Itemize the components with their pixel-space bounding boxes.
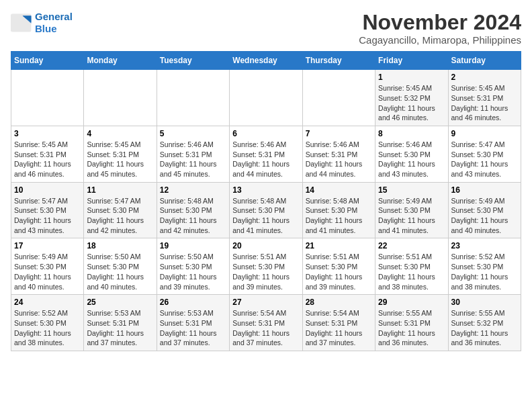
day-cell: 18Sunrise: 5:50 AM Sunset: 5:30 PM Dayli…: [84, 238, 157, 295]
day-cell: 16Sunrise: 5:49 AM Sunset: 5:30 PM Dayli…: [448, 182, 521, 238]
day-cell: 13Sunrise: 5:48 AM Sunset: 5:30 PM Dayli…: [230, 182, 302, 238]
day-number: 15: [378, 185, 445, 195]
col-header-sunday: Sunday: [11, 52, 84, 70]
day-number: 11: [87, 185, 153, 195]
col-header-thursday: Thursday: [302, 52, 375, 70]
day-cell: [11, 70, 84, 126]
col-header-monday: Monday: [84, 52, 157, 70]
day-cell: 27Sunrise: 5:54 AM Sunset: 5:31 PM Dayli…: [230, 295, 302, 351]
day-info: Sunrise: 5:52 AM Sunset: 5:30 PM Dayligh…: [451, 252, 518, 291]
calendar-table: SundayMondayTuesdayWednesdayThursdayFrid…: [11, 51, 521, 351]
day-cell: 4Sunrise: 5:45 AM Sunset: 5:31 PM Daylig…: [84, 126, 157, 182]
logo-text: General Blue: [35, 11, 73, 35]
day-cell: 5Sunrise: 5:46 AM Sunset: 5:31 PM Daylig…: [157, 126, 229, 182]
week-row-1: 1Sunrise: 5:45 AM Sunset: 5:32 PM Daylig…: [11, 70, 521, 126]
col-header-friday: Friday: [375, 52, 448, 70]
logo-line2: Blue: [35, 23, 57, 34]
day-cell: 21Sunrise: 5:51 AM Sunset: 5:30 PM Dayli…: [302, 238, 375, 295]
day-number: 20: [232, 241, 299, 250]
day-info: Sunrise: 5:46 AM Sunset: 5:31 PM Dayligh…: [306, 140, 372, 179]
day-cell: 20Sunrise: 5:51 AM Sunset: 5:30 PM Dayli…: [230, 238, 302, 295]
day-number: 21: [306, 241, 372, 250]
day-number: 24: [14, 298, 81, 307]
calendar-header: SundayMondayTuesdayWednesdayThursdayFrid…: [11, 52, 521, 70]
day-info: Sunrise: 5:51 AM Sunset: 5:30 PM Dayligh…: [378, 252, 445, 291]
logo-icon: [11, 13, 32, 32]
day-info: Sunrise: 5:47 AM Sunset: 5:30 PM Dayligh…: [87, 196, 153, 236]
day-cell: 12Sunrise: 5:48 AM Sunset: 5:30 PM Dayli…: [157, 182, 229, 238]
day-number: 10: [14, 185, 81, 195]
day-number: 29: [378, 298, 445, 307]
day-number: 23: [451, 241, 518, 250]
week-row-3: 10Sunrise: 5:47 AM Sunset: 5:30 PM Dayli…: [11, 182, 521, 238]
day-info: Sunrise: 5:46 AM Sunset: 5:31 PM Dayligh…: [160, 140, 226, 179]
day-cell: 8Sunrise: 5:46 AM Sunset: 5:30 PM Daylig…: [375, 126, 448, 182]
day-info: Sunrise: 5:51 AM Sunset: 5:30 PM Dayligh…: [306, 252, 372, 291]
month-year: November 2024: [359, 11, 521, 34]
day-info: Sunrise: 5:48 AM Sunset: 5:30 PM Dayligh…: [160, 196, 226, 236]
day-info: Sunrise: 5:49 AM Sunset: 5:30 PM Dayligh…: [451, 196, 518, 236]
day-cell: 22Sunrise: 5:51 AM Sunset: 5:30 PM Dayli…: [375, 238, 448, 295]
day-info: Sunrise: 5:48 AM Sunset: 5:30 PM Dayligh…: [306, 196, 372, 236]
location: Cagayancillo, Mimaropa, Philippines: [359, 34, 521, 46]
col-header-wednesday: Wednesday: [230, 52, 302, 70]
day-cell: 3Sunrise: 5:45 AM Sunset: 5:31 PM Daylig…: [11, 126, 84, 182]
day-cell: [84, 70, 157, 126]
week-row-5: 24Sunrise: 5:52 AM Sunset: 5:30 PM Dayli…: [11, 295, 521, 351]
col-header-tuesday: Tuesday: [157, 52, 229, 70]
page-header: General Blue November 2024 Cagayancillo,…: [11, 11, 521, 46]
day-cell: 6Sunrise: 5:46 AM Sunset: 5:31 PM Daylig…: [230, 126, 302, 182]
day-info: Sunrise: 5:53 AM Sunset: 5:31 PM Dayligh…: [160, 308, 226, 348]
day-cell: 23Sunrise: 5:52 AM Sunset: 5:30 PM Dayli…: [448, 238, 521, 295]
day-number: 7: [306, 129, 372, 138]
day-info: Sunrise: 5:47 AM Sunset: 5:30 PM Dayligh…: [451, 140, 518, 179]
day-info: Sunrise: 5:47 AM Sunset: 5:30 PM Dayligh…: [14, 196, 81, 236]
day-info: Sunrise: 5:45 AM Sunset: 5:31 PM Dayligh…: [87, 140, 153, 179]
day-cell: 26Sunrise: 5:53 AM Sunset: 5:31 PM Dayli…: [157, 295, 229, 351]
day-number: 4: [87, 129, 153, 138]
day-number: 12: [160, 185, 226, 195]
day-number: 22: [378, 241, 445, 250]
day-cell: 1Sunrise: 5:45 AM Sunset: 5:32 PM Daylig…: [375, 70, 448, 126]
day-number: 6: [232, 129, 299, 138]
day-cell: 15Sunrise: 5:49 AM Sunset: 5:30 PM Dayli…: [375, 182, 448, 238]
day-number: 1: [378, 73, 445, 82]
day-number: 25: [87, 298, 153, 307]
day-info: Sunrise: 5:55 AM Sunset: 5:32 PM Dayligh…: [451, 308, 518, 348]
logo-line1: General: [35, 11, 73, 22]
day-info: Sunrise: 5:46 AM Sunset: 5:30 PM Dayligh…: [378, 140, 445, 179]
day-cell: 2Sunrise: 5:45 AM Sunset: 5:31 PM Daylig…: [448, 70, 521, 126]
day-info: Sunrise: 5:45 AM Sunset: 5:31 PM Dayligh…: [451, 83, 518, 123]
day-number: 3: [14, 129, 81, 138]
day-number: 13: [232, 185, 299, 195]
day-cell: 30Sunrise: 5:55 AM Sunset: 5:32 PM Dayli…: [448, 295, 521, 351]
day-info: Sunrise: 5:52 AM Sunset: 5:30 PM Dayligh…: [14, 308, 81, 348]
day-number: 16: [451, 185, 518, 195]
day-cell: 14Sunrise: 5:48 AM Sunset: 5:30 PM Dayli…: [302, 182, 375, 238]
day-info: Sunrise: 5:49 AM Sunset: 5:30 PM Dayligh…: [378, 196, 445, 236]
day-info: Sunrise: 5:55 AM Sunset: 5:31 PM Dayligh…: [378, 308, 445, 348]
day-info: Sunrise: 5:53 AM Sunset: 5:31 PM Dayligh…: [87, 308, 153, 348]
day-number: 5: [160, 129, 226, 138]
day-info: Sunrise: 5:50 AM Sunset: 5:30 PM Dayligh…: [87, 252, 153, 291]
day-number: 9: [451, 129, 518, 138]
col-header-saturday: Saturday: [448, 52, 521, 70]
day-cell: 11Sunrise: 5:47 AM Sunset: 5:30 PM Dayli…: [84, 182, 157, 238]
day-cell: 19Sunrise: 5:50 AM Sunset: 5:30 PM Dayli…: [157, 238, 229, 295]
title-block: November 2024 Cagayancillo, Mimaropa, Ph…: [359, 11, 521, 46]
day-number: 17: [14, 241, 81, 250]
day-number: 2: [451, 73, 518, 82]
logo: General Blue: [11, 11, 73, 35]
day-info: Sunrise: 5:46 AM Sunset: 5:31 PM Dayligh…: [232, 140, 299, 179]
day-cell: 24Sunrise: 5:52 AM Sunset: 5:30 PM Dayli…: [11, 295, 84, 351]
day-cell: [230, 70, 302, 126]
day-cell: 10Sunrise: 5:47 AM Sunset: 5:30 PM Dayli…: [11, 182, 84, 238]
day-cell: 7Sunrise: 5:46 AM Sunset: 5:31 PM Daylig…: [302, 126, 375, 182]
day-cell: 9Sunrise: 5:47 AM Sunset: 5:30 PM Daylig…: [448, 126, 521, 182]
day-number: 30: [451, 298, 518, 307]
day-cell: 25Sunrise: 5:53 AM Sunset: 5:31 PM Dayli…: [84, 295, 157, 351]
day-info: Sunrise: 5:51 AM Sunset: 5:30 PM Dayligh…: [232, 252, 299, 291]
week-row-2: 3Sunrise: 5:45 AM Sunset: 5:31 PM Daylig…: [11, 126, 521, 182]
day-info: Sunrise: 5:49 AM Sunset: 5:30 PM Dayligh…: [14, 252, 81, 291]
day-info: Sunrise: 5:45 AM Sunset: 5:31 PM Dayligh…: [14, 140, 81, 179]
